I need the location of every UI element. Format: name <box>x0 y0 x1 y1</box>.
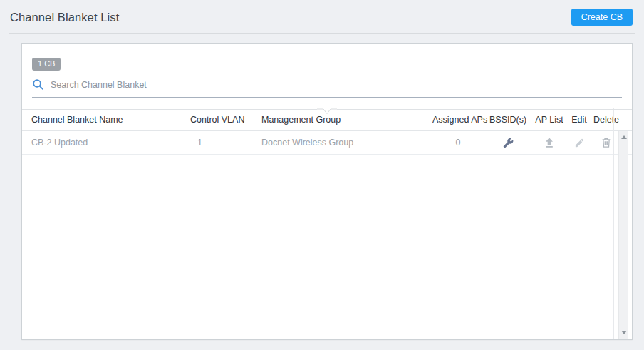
page-header: Channel Blanket List Create CB <box>0 0 644 33</box>
edit-button[interactable] <box>566 131 592 154</box>
pencil-icon <box>574 138 585 148</box>
collapse-divider <box>22 108 632 115</box>
divider-line-left <box>22 109 317 110</box>
delete-button[interactable] <box>592 131 620 154</box>
cb-count-badge: 1 CB <box>32 58 61 71</box>
col-channel-blanket-name: Channel Blanket Name <box>31 115 190 125</box>
page-title: Channel Blanket List <box>10 11 119 24</box>
col-ap-list: AP List <box>532 115 566 125</box>
table-row: CB-2 Updated 1 Docnet Wireless Group 0 <box>22 131 632 155</box>
search-input[interactable] <box>51 79 622 91</box>
cell-management-group: Docnet Wireless Group <box>261 138 432 148</box>
chevron-down-notch-icon[interactable] <box>317 108 337 115</box>
scroll-up-icon[interactable] <box>621 135 627 139</box>
scroll-down-icon[interactable] <box>621 331 627 334</box>
wrench-icon <box>503 138 514 148</box>
table-empty-area <box>22 155 632 339</box>
badge-row: 1 CB <box>32 56 632 71</box>
col-assigned-aps: Assigned APs <box>432 115 484 125</box>
create-cb-button[interactable]: Create CB <box>571 9 633 26</box>
col-delete: Delete <box>592 115 620 125</box>
search-icon <box>32 78 44 91</box>
vertical-scrollbar[interactable] <box>618 131 628 339</box>
divider-line-right <box>337 109 632 110</box>
search-bar <box>32 78 622 98</box>
channel-blanket-panel: 1 CB Channel Blanket Name Control VLAN M… <box>21 43 633 340</box>
col-control-vlan: Control VLAN <box>190 115 261 125</box>
bssid-button[interactable] <box>484 131 532 154</box>
trash-icon <box>601 137 612 148</box>
cell-name: CB-2 Updated <box>31 138 190 148</box>
upload-icon <box>544 137 555 148</box>
col-management-group: Management Group <box>261 115 432 125</box>
table-right-border <box>613 108 614 339</box>
col-bssids: BSSID(s) <box>484 115 532 125</box>
ap-list-button[interactable] <box>532 131 566 154</box>
col-edit: Edit <box>566 115 592 125</box>
header-divider <box>9 33 635 34</box>
cell-control-vlan: 1 <box>190 138 261 148</box>
cell-assigned-aps: 0 <box>432 138 484 148</box>
